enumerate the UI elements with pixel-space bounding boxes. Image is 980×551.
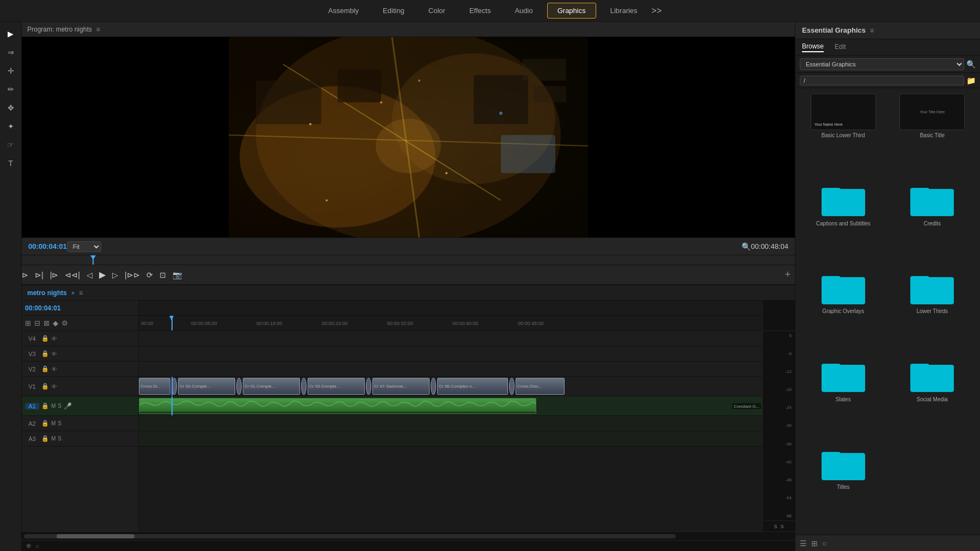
go-to-out-button[interactable]: |⊳⊳: [125, 271, 140, 279]
safe-margins-button[interactable]: ⊡: [160, 271, 166, 279]
item-graphic-overlays[interactable]: Graphic Overlays: [801, 270, 886, 353]
track-header-a3: A3 🔒 M S: [22, 431, 138, 446]
nav-libraries[interactable]: Libraries: [601, 3, 647, 18]
v1-visibility-icon[interactable]: 👁: [51, 383, 57, 390]
panel-path-input[interactable]: [800, 76, 964, 85]
step-frame-forward[interactable]: ▷: [112, 271, 118, 279]
panel-search-icon[interactable]: 🔍: [966, 60, 976, 69]
v2-visibility-icon[interactable]: 👁: [51, 366, 57, 372]
clip-04c[interactable]: Cross Di...: [139, 378, 170, 395]
item-titles[interactable]: Titles: [801, 445, 886, 529]
transition-3[interactable]: [301, 378, 307, 395]
fit-select[interactable]: Fit 25% 50% 100%: [67, 241, 101, 252]
item-lower-thirds[interactable]: Lower Thirds: [890, 270, 975, 353]
track-select-tool[interactable]: ⇒: [3, 45, 19, 60]
a3-label: A3: [25, 436, 39, 442]
v3-lock-icon[interactable]: 🔒: [41, 350, 49, 357]
zoom-icon[interactable]: 🔍: [742, 242, 751, 251]
nav-effects[interactable]: Effects: [460, 3, 501, 18]
ripple-tool[interactable]: ✛: [3, 63, 19, 78]
track-select-all-icon[interactable]: ⊠: [44, 319, 50, 327]
v1-lock-icon[interactable]: 🔒: [41, 383, 49, 390]
panel-grid-view-icon[interactable]: ⊞: [811, 539, 818, 548]
item-slates[interactable]: Slates: [801, 358, 886, 442]
panel-source-select[interactable]: Essential Graphics: [800, 58, 964, 70]
nav-graphics[interactable]: Graphics: [547, 3, 596, 19]
timeline-menu-icon[interactable]: ≡: [79, 289, 83, 297]
tab-browse[interactable]: Browse: [802, 42, 824, 52]
audio-clip-main[interactable]: [139, 398, 536, 414]
hand-tool[interactable]: ✥: [3, 100, 19, 115]
step-frame-back[interactable]: ◁: [87, 271, 93, 279]
a1-lock-icon[interactable]: 🔒: [41, 402, 49, 409]
meter-s-right: S: [781, 524, 784, 529]
transition-6[interactable]: [509, 378, 514, 395]
go-to-in-button[interactable]: ⊲⊲|: [65, 271, 80, 279]
item-credits[interactable]: Credits: [890, 182, 975, 266]
nav-assembly[interactable]: Assembly: [318, 3, 369, 18]
text-tool[interactable]: T: [3, 156, 19, 171]
v4-visibility-icon[interactable]: 👁: [51, 335, 57, 342]
panel-menu-icon[interactable]: ≡: [870, 27, 874, 34]
track-a1-content[interactable]: Constant G...: [139, 396, 762, 416]
clip-07sadovoe[interactable]: Cr 07-Sadovoe...: [372, 378, 430, 395]
a2-s-button[interactable]: S: [58, 420, 62, 426]
clip-02comple[interactable]: Cr 02-Comple...: [178, 378, 235, 395]
play-button[interactable]: ▶: [99, 270, 106, 280]
export-frame-button[interactable]: 📷: [173, 271, 182, 279]
pen-tool[interactable]: ✏: [3, 82, 19, 97]
mark-in-button[interactable]: ⊳: [22, 271, 28, 279]
nav-color[interactable]: Color: [419, 3, 455, 18]
v4-lock-icon[interactable]: 🔒: [41, 335, 49, 342]
magnetic-snap-icon[interactable]: ⊞: [25, 319, 31, 327]
step-back-button[interactable]: |⊳: [50, 271, 59, 279]
a3-m-button[interactable]: M: [51, 436, 56, 442]
hand-pan-tool[interactable]: ☞: [3, 137, 19, 152]
clip-01comple[interactable]: Cr 01-Comple...: [243, 378, 300, 395]
linked-select-icon[interactable]: ⊟: [34, 319, 40, 327]
item-captions-subtitles[interactable]: Captions and Subtitles: [801, 182, 886, 266]
a3-lock-icon[interactable]: 🔒: [41, 435, 49, 442]
track-v1-content[interactable]: Cross Di... Cr 02-Comple... Cr 01-Comple…: [139, 377, 762, 396]
left-toolbar: ▶ ⇒ ✛ ✏ ✥ ✦ ☞ T: [0, 22, 22, 551]
a3-s-button[interactable]: S: [58, 436, 62, 442]
timeline-scrollbar[interactable]: [22, 531, 795, 540]
clip-06complex[interactable]: Cr 06-Complex n...: [437, 378, 508, 395]
transition-2[interactable]: [236, 378, 242, 395]
tab-edit[interactable]: Edit: [835, 43, 846, 52]
mark-out-button[interactable]: ⊳|: [35, 271, 44, 279]
clip-cross-diss[interactable]: Cross Diss...: [516, 378, 565, 395]
panel-zoom-icon[interactable]: ○: [822, 539, 826, 548]
nav-audio[interactable]: Audio: [505, 3, 542, 18]
monitor-menu-icon[interactable]: ≡: [96, 26, 100, 33]
a2-m-button[interactable]: M: [51, 420, 56, 426]
razor-tool[interactable]: ✦: [3, 119, 19, 134]
v3-visibility-icon[interactable]: 👁: [51, 351, 57, 357]
scrollbar-thumb[interactable]: [57, 534, 135, 538]
svg-point-12: [309, 123, 311, 125]
add-marker-icon[interactable]: ◆: [53, 319, 58, 327]
item-social-media[interactable]: Social Media: [890, 358, 975, 442]
nav-editing[interactable]: Editing: [373, 3, 414, 18]
v2-lock-icon[interactable]: 🔒: [41, 365, 49, 372]
item-basic-lower-third[interactable]: Your Name Here Basic Lower Third: [801, 94, 886, 177]
track-a2-content: [139, 416, 762, 431]
panel-folder-icon[interactable]: 📁: [966, 76, 976, 85]
nav-more-button[interactable]: >>: [652, 6, 662, 16]
sequence-menu-icon[interactable]: ×: [71, 290, 75, 296]
a1-s-button[interactable]: S: [58, 403, 62, 409]
scrub-bar[interactable]: [22, 255, 795, 265]
add-button[interactable]: +: [785, 269, 791, 280]
a1-mic-icon[interactable]: 🎤: [64, 402, 72, 410]
item-basic-title[interactable]: Your Title Here Basic Title: [890, 94, 975, 177]
select-tool[interactable]: ▶: [3, 26, 19, 41]
transition-4[interactable]: [366, 378, 371, 395]
a2-lock-icon[interactable]: 🔒: [41, 420, 49, 427]
settings-icon[interactable]: ⚙: [62, 319, 68, 327]
panel-source-select-row: Essential Graphics 🔍: [795, 56, 980, 73]
panel-list-view-icon[interactable]: ☰: [800, 539, 807, 548]
clip-03comple[interactable]: Cr 03-Comple...: [308, 378, 365, 395]
transition-5[interactable]: [431, 378, 436, 395]
loop-button[interactable]: ⟳: [146, 271, 153, 279]
a1-m-button[interactable]: M: [51, 403, 56, 409]
